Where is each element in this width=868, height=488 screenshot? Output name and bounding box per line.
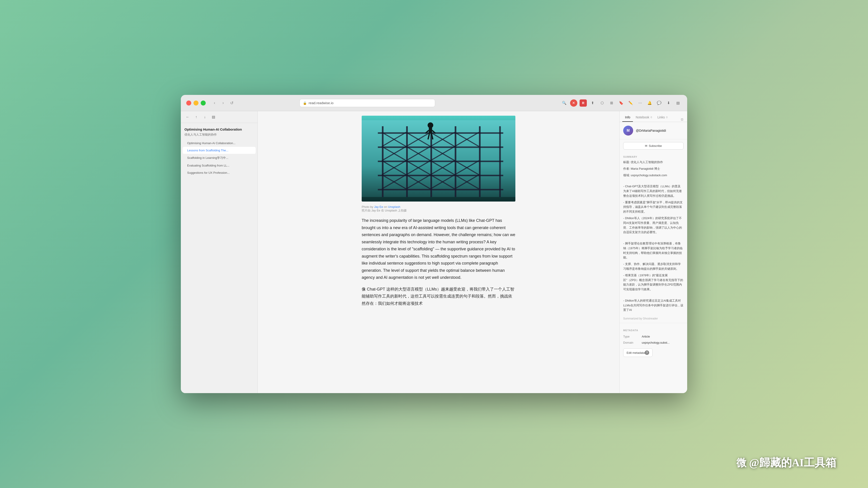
back-button[interactable]: ‹ <box>211 100 218 106</box>
tab-notebook[interactable]: Notebook 0 <box>633 116 655 122</box>
svg-point-42 <box>428 123 433 128</box>
photographer-link[interactable]: Jay Ee <box>374 205 383 208</box>
edit-button[interactable]: ✏️ <box>627 99 634 107</box>
toc-item-4[interactable]: Suggestions for UX Profession... <box>183 169 256 176</box>
search-button[interactable]: 🔍 <box>561 99 568 107</box>
subscribe-icon: ✉ <box>645 144 647 148</box>
panel-expand-button[interactable]: ⊡ <box>680 117 684 122</box>
doc-title-section: Optimising Human-AI Collaboration 优化人与人工… <box>181 123 257 139</box>
sidebar-down-button[interactable]: ↓ <box>202 114 208 120</box>
domain-value: uxpsychology.subst... <box>642 341 670 344</box>
address-bar[interactable]: 🔒 read.readwise.io <box>300 99 435 107</box>
svg-rect-43 <box>429 127 432 133</box>
doc-sub-title: 优化人与人工智能的协作 <box>184 133 254 137</box>
summarized-by: Summarized by Ghostreader <box>620 317 687 323</box>
hero-svg <box>362 116 515 201</box>
paragraph-2: 像 Chat-GPT 这样的大型语言模型（LLMs）越来越受欢迎，将我们带入了一… <box>362 286 515 307</box>
table-of-contents: Optimising Human-Ai Collaboration... Les… <box>181 139 257 179</box>
reading-area-wrapper[interactable]: Photo by Jay Ee on Unsplash 照片由 Jay Ee 在… <box>258 111 619 393</box>
maximize-button[interactable] <box>201 101 206 105</box>
toc-item-1[interactable]: Lessons from Scaffolding The... <box>183 147 256 154</box>
bell-button[interactable]: 🔔 <box>646 99 653 107</box>
sidebar-toggle[interactable]: ▤ <box>675 99 682 107</box>
author-section: M @DrMariaPanagiotidi <box>620 122 687 139</box>
hero-image <box>362 116 515 201</box>
right-panel: Info Notebook 0 Links 0 ⊡ M @DrMariaPana… <box>619 111 687 393</box>
close-button[interactable] <box>186 101 191 105</box>
close-icon-btn[interactable]: ✕ <box>570 99 577 107</box>
paragraph-1: The increasing popularity of large langu… <box>362 217 515 281</box>
readwise-button[interactable]: R <box>580 99 587 107</box>
article-body: The increasing popularity of large langu… <box>362 217 515 307</box>
svg-rect-10 <box>378 175 503 176</box>
weibo-icon: 微 <box>737 456 746 469</box>
platform-link[interactable]: Unsplash <box>388 205 400 208</box>
download-button[interactable]: ⬇ <box>665 99 672 107</box>
metadata-domain-row: Domain uxpsychology.subst... <box>620 339 687 346</box>
tab-links[interactable]: Links 0 <box>655 116 670 122</box>
subscribe-button[interactable]: ✉ Subscribe <box>623 142 684 150</box>
summary-label: SUMMARY <box>620 152 687 160</box>
main-area: ← ↑ ↓ ▤ Optimising Human-AI Collaboratio… <box>181 111 687 393</box>
type-value: Article <box>642 335 650 338</box>
photo-caption: Photo by Jay Ee on Unsplash 照片由 Jay Ee 在… <box>362 205 515 213</box>
more-button[interactable]: ⋯ <box>637 99 644 107</box>
type-label: Type <box>623 335 639 338</box>
sidebar-up-button[interactable]: ↑ <box>193 114 199 120</box>
right-panel-tabs: Info Notebook 0 Links 0 ⊡ <box>620 111 687 122</box>
sidebar-top-bar: ← ↑ ↓ ▤ <box>181 111 257 123</box>
chat-button[interactable]: 💬 <box>655 99 663 107</box>
svg-rect-8 <box>378 147 503 148</box>
author-name: @DrMariaPanagiotidi <box>636 129 666 132</box>
metadata-label: METADATA <box>620 326 687 333</box>
watermark: 微 @歸藏的AI工具箱 <box>737 455 836 470</box>
share-button[interactable]: ⬆ <box>589 99 596 107</box>
refresh-button[interactable]: ↺ <box>228 100 235 106</box>
browser-window: ‹ › ↺ 🔒 read.readwise.io 🔍 ✕ R ⬆ ⬡ ⊞ 🔖 ✏… <box>181 95 687 393</box>
sidebar-back-button[interactable]: ← <box>184 114 191 120</box>
traffic-lights <box>186 101 206 105</box>
toolbar-icons: 🔍 ✕ R ⬆ ⬡ ⊞ 🔖 ✏️ ⋯ 🔔 💬 ⬇ ▤ <box>561 99 682 107</box>
nav-buttons: ‹ › ↺ <box>211 100 235 106</box>
svg-rect-7 <box>378 132 503 134</box>
grid-button[interactable]: ⊞ <box>608 99 615 107</box>
domain-label: Domain <box>623 341 639 344</box>
forward-button[interactable]: › <box>220 100 226 106</box>
notebook-badge: 0 <box>651 116 652 119</box>
author-avatar: M <box>623 126 633 135</box>
help-icon: ? <box>645 350 649 355</box>
svg-rect-9 <box>378 161 503 162</box>
toc-item-3[interactable]: Evaluating Scaffolding from LL... <box>183 162 256 169</box>
edit-metadata-button[interactable]: Edit metadata ? <box>623 348 653 357</box>
toc-item-0[interactable]: Optimising Human-Ai Collaboration... <box>183 140 256 147</box>
bookmark-button[interactable]: 🔖 <box>618 99 625 107</box>
article-content: Photo by Jay Ee on Unsplash 照片由 Jay Ee 在… <box>352 111 524 393</box>
tab-info[interactable]: Info <box>622 116 633 122</box>
summary-text: 标题: 优化人与人工智能的协作 作者: Maria Panagiotidi 博士… <box>620 160 687 317</box>
watermark-text: @歸藏的AI工具箱 <box>749 455 836 470</box>
svg-rect-11 <box>378 189 503 190</box>
left-sidebar: ← ↑ ↓ ▤ Optimising Human-AI Collaboratio… <box>181 111 258 393</box>
url-text: read.readwise.io <box>309 101 333 105</box>
doc-main-title: Optimising Human-AI Collaboration <box>184 127 254 132</box>
links-badge: 0 <box>666 116 668 119</box>
toc-item-2[interactable]: Scaffolding in Learning学习中... <box>183 154 256 162</box>
lock-icon: 🔒 <box>303 101 307 105</box>
metadata-section: METADATA Type Article Domain uxpsycholog… <box>620 323 687 361</box>
minimize-button[interactable] <box>193 101 198 105</box>
titlebar: ‹ › ↺ 🔒 read.readwise.io 🔍 ✕ R ⬆ ⬡ ⊞ 🔖 ✏… <box>181 95 687 111</box>
sidebar-panel-button[interactable]: ▤ <box>210 114 217 120</box>
metadata-type-row: Type Article <box>620 333 687 339</box>
extension-button[interactable]: ⬡ <box>598 99 606 107</box>
